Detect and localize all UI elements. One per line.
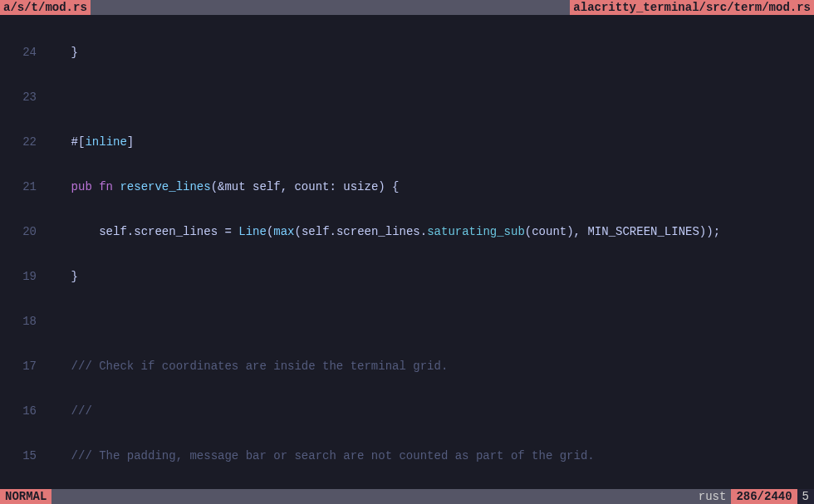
line-number: 19 — [0, 269, 43, 284]
line-number: 24 — [0, 45, 43, 60]
code-line[interactable]: /// The padding, message bar or search a… — [43, 448, 814, 463]
status-spacer — [51, 489, 693, 504]
line-number: 18 — [0, 314, 43, 329]
code-line[interactable]: self.screen_lines = Line(max(self.screen… — [43, 224, 814, 239]
mode-indicator: NORMAL — [0, 489, 51, 504]
code-line[interactable] — [43, 314, 814, 329]
line-number: 17 — [0, 359, 43, 374]
path-short: a/s/t/mod.rs — [0, 0, 91, 15]
line-number: 21 — [0, 179, 43, 194]
code-line[interactable]: /// — [43, 404, 814, 418]
line-number: 15 — [0, 448, 43, 463]
line-number: 20 — [0, 224, 43, 239]
path-full: alacritty_terminal/src/term/mod.rs — [570, 0, 814, 15]
column-indicator: 5 — [797, 489, 814, 504]
code-line[interactable] — [43, 90, 814, 105]
code-line[interactable]: pub fn reserve_lines(&mut self, count: u… — [43, 179, 814, 194]
code-line[interactable]: /// Check if coordinates are inside the … — [43, 359, 814, 374]
line-number: 16 — [0, 404, 43, 418]
position-indicator: 286/2440 — [731, 489, 797, 504]
editor[interactable]: 24 } 23 22 #[inline] 21 pub fn reserve_l… — [0, 15, 814, 504]
code-line[interactable]: #[inline] — [43, 135, 814, 149]
topbar: a/s/t/mod.rs alacritty_terminal/src/term… — [0, 0, 814, 15]
filetype-indicator: rust — [694, 489, 732, 504]
line-number: 22 — [0, 135, 43, 149]
code-line[interactable]: } — [43, 269, 814, 284]
statusbar: NORMAL rust 286/2440 5 — [0, 489, 814, 504]
line-number: 23 — [0, 90, 43, 105]
code-line[interactable]: } — [43, 45, 814, 60]
